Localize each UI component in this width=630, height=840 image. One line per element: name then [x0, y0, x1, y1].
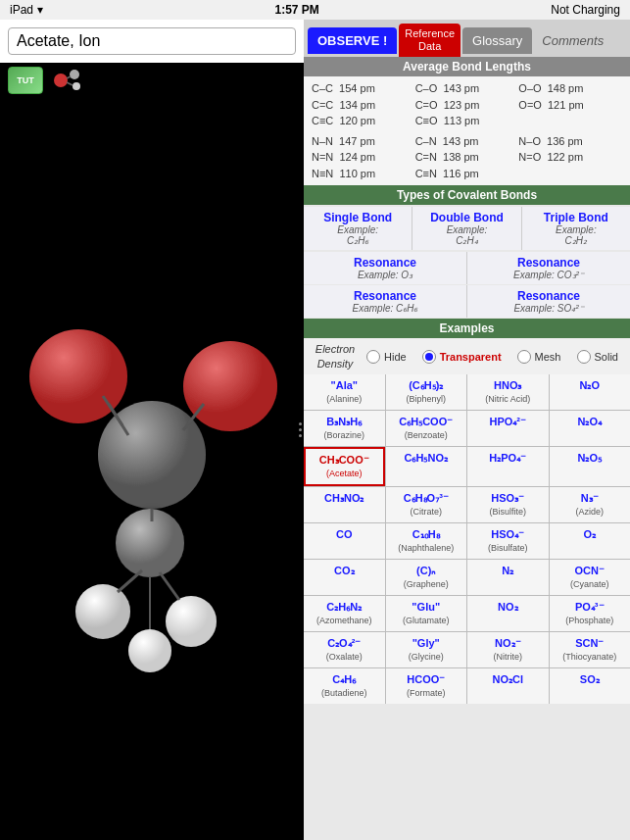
bond-lengths-header: Average Bond Lengths: [304, 57, 630, 76]
mol-phosphate[interactable]: PO₄³⁻ (Phosphate): [550, 596, 631, 631]
bond-row: C–C 154 pm C–O 143 pm O–O 148 pm: [312, 80, 622, 97]
drag-dot: [299, 434, 302, 437]
mol-o2[interactable]: O₂: [550, 523, 631, 559]
mol-ch3no2[interactable]: CH₃NO₂: [304, 487, 385, 522]
status-right: Not Charging: [551, 3, 620, 17]
tab-refdata-line2: Data: [405, 40, 455, 53]
mol-borazine[interactable]: B₃N₃H₆ (Borazine): [304, 411, 385, 446]
covalent-grid: Single Bond Example: C₂H₆ Double Bond Ex…: [304, 207, 630, 250]
mol-graphene[interactable]: (C)ₙ (Graphene): [386, 560, 467, 595]
electron-density-label: ElectronDensity: [312, 342, 359, 371]
mol-butadiene[interactable]: C₄H₆ (Butadiene): [304, 668, 385, 704]
resonance-cell-1[interactable]: Resonance Example: O₃: [304, 252, 466, 284]
single-bond-cell[interactable]: Single Bond Example: C₂H₆: [304, 207, 412, 250]
mol-azomethane[interactable]: C₂H₆N₂ (Azomethane): [304, 596, 385, 631]
ed-solid-label: Solid: [595, 351, 618, 363]
molecule-3d-view[interactable]: [0, 88, 304, 840]
radio-mesh[interactable]: [517, 350, 531, 364]
radio-transparent[interactable]: [422, 350, 436, 364]
bond-row: N=N 124 pm C=N 138 pm N=O 122 pm: [312, 149, 622, 166]
status-bar: iPad ▾ 1:57 PM Not Charging: [0, 0, 630, 20]
bond-table: C–C 154 pm C–O 143 pm O–O 148 pm C=C 134…: [304, 76, 630, 185]
ed-option-mesh[interactable]: Mesh: [517, 350, 561, 364]
bond-row: C=C 134 pm C=O 123 pm O=O 121 pm: [312, 97, 622, 114]
tab-refdata[interactable]: Reference Data: [399, 24, 460, 57]
mol-hpo4[interactable]: HPO₄²⁻: [467, 411, 549, 446]
mol-azide[interactable]: N₃⁻ (Azide): [550, 487, 631, 522]
drag-handle[interactable]: [296, 411, 304, 450]
mol-hno3[interactable]: HNO₃ (Nitric Acid): [467, 374, 549, 410]
svg-point-9: [75, 584, 130, 639]
mol-benzoate[interactable]: C₆H₅COO⁻ (Benzoate): [386, 411, 467, 446]
radio-solid[interactable]: [577, 350, 591, 364]
mol-acetate[interactable]: CH₃COO⁻ (Acetate): [304, 447, 385, 486]
resonance-cell-4[interactable]: Resonance Example: SO₄²⁻: [467, 285, 630, 318]
covalent-header: Types of Covalent Bonds: [304, 185, 630, 205]
mol-n2o4[interactable]: N₂O₄: [550, 411, 631, 446]
resonance-grid-2: Resonance Example: C₆H₆ Resonance Exampl…: [304, 285, 630, 318]
tab-glossary[interactable]: Glossary: [462, 27, 532, 54]
mol-c6h5no2[interactable]: C₆H₅NO₂: [386, 447, 467, 486]
mol-so2[interactable]: SO₂: [550, 668, 631, 704]
resonance-cell-3[interactable]: Resonance Example: C₆H₆: [304, 285, 466, 318]
mol-no2-nitrite[interactable]: NO₂⁻ (Nitrite): [467, 632, 549, 667]
mol-cyanate[interactable]: OCN⁻ (Cyanate): [550, 560, 631, 595]
tab-comments[interactable]: Comments: [534, 27, 611, 54]
double-bond-cell[interactable]: Double Bond Example: C₂H₄: [412, 207, 520, 250]
svg-point-5: [98, 401, 206, 509]
svg-line-4: [67, 82, 73, 85]
status-time: 1:57 PM: [274, 3, 318, 17]
svg-point-10: [166, 596, 217, 647]
triple-bond-cell[interactable]: Triple Bond Example: C₂H₂: [522, 207, 630, 250]
mol-gly[interactable]: "Gly" (Glycine): [386, 632, 467, 667]
mol-no2[interactable]: NO₂: [467, 596, 549, 631]
mol-citrate[interactable]: C₆H₈O₇³⁻ (Citrate): [386, 487, 467, 522]
mol-naphthalene[interactable]: C₁₀H₈ (Naphthalene): [386, 523, 467, 559]
mol-co[interactable]: CO: [304, 523, 385, 559]
ed-option-solid[interactable]: Solid: [577, 350, 618, 364]
molecule-3d-svg: [24, 180, 279, 749]
ed-option-hide[interactable]: Hide: [366, 350, 407, 364]
tab-observe[interactable]: OBSERVE !: [308, 27, 397, 54]
resonance-cell-2[interactable]: Resonance Example: CO₃²⁻: [467, 252, 630, 284]
resonance-grid-1: Resonance Example: O₃ Resonance Example:…: [304, 252, 630, 284]
radio-hide[interactable]: [366, 350, 380, 364]
ed-mesh-label: Mesh: [535, 351, 561, 363]
mol-hso3[interactable]: HSO₃⁻ (Bisulfite): [467, 487, 549, 522]
ed-option-transparent[interactable]: Transparent: [422, 350, 502, 364]
ed-transparent-label: Transparent: [440, 351, 502, 363]
mol-ala[interactable]: "Ala" (Alanine): [304, 374, 385, 410]
mol-formate[interactable]: HCOO⁻ (Formate): [386, 668, 467, 704]
svg-line-17: [160, 572, 179, 600]
mol-h2po4[interactable]: H₂PO₄⁻: [467, 447, 549, 486]
tab-refdata-line1: Reference: [405, 27, 455, 40]
bond-row: N–N 147 pm C–N 143 pm N–O 136 pm: [312, 133, 622, 150]
status-left: iPad ▾: [10, 3, 43, 17]
mol-no2cl[interactable]: NO₂Cl: [467, 668, 549, 704]
mol-oxalate[interactable]: C₂O₄²⁻ (Oxalate): [304, 632, 385, 667]
svg-point-0: [54, 74, 68, 87]
svg-point-8: [116, 509, 184, 577]
drag-dot: [299, 422, 302, 425]
svg-point-7: [183, 341, 277, 431]
left-panel: TUT: [0, 20, 304, 840]
main-container: TUT: [0, 20, 630, 840]
mol-thiocyanate[interactable]: SCN⁻ (Thiocyanate): [550, 632, 631, 667]
electron-density-row: ElectronDensity Hide Transparent Mesh: [304, 338, 630, 374]
tab-bar: OBSERVE ! Reference Data Glossary Commen…: [304, 20, 630, 57]
svg-point-11: [128, 629, 171, 672]
svg-line-3: [67, 76, 71, 78]
ed-hide-label: Hide: [384, 351, 407, 363]
device-name: iPad: [10, 3, 33, 17]
mol-n2o5[interactable]: N₂O₅: [550, 447, 631, 486]
examples-header: Examples: [304, 319, 630, 338]
molecule-title-input[interactable]: [8, 27, 296, 55]
mol-co2[interactable]: CO₂: [304, 560, 385, 595]
mol-n2[interactable]: N₂: [467, 560, 549, 595]
right-panel: OBSERVE ! Reference Data Glossary Commen…: [304, 20, 630, 840]
mol-biphenyl[interactable]: (C₆H₅)₂ (Biphenyl): [386, 374, 467, 410]
mol-hso4[interactable]: HSO₄⁻ (Bisulfate): [467, 523, 549, 559]
mol-n2o[interactable]: N₂O: [550, 374, 631, 410]
bond-row: N≡N 110 pm C≡N 116 pm: [312, 166, 622, 182]
mol-glu[interactable]: "Glu" (Glutamate): [386, 596, 467, 631]
